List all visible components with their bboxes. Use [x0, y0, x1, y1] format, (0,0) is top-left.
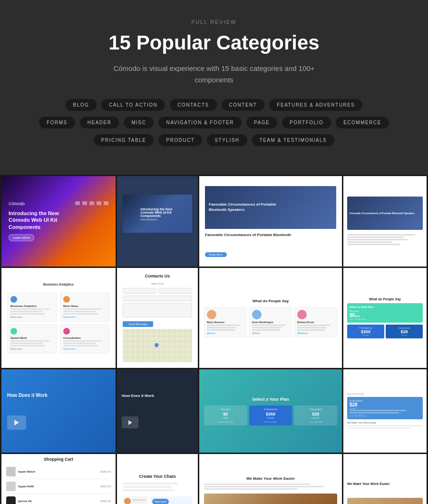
plan-sm-colorade: COLORADE — [347, 393, 364, 395]
screenshot-favorable[interactable]: Favorable Circumstances of Portable Blue… — [199, 176, 342, 267]
tags-row-2: FORMS HEADER MISC NAVIGATION & FOOTER PA… — [39, 117, 389, 128]
hero-button: Learn More — [9, 234, 34, 241]
screenshot-contacts[interactable]: Contacts Us New York Send Message — [117, 268, 198, 368]
blog-post-image: Introducing the New Cómodo Web UI Kit Co… — [123, 195, 192, 233]
screenshot-hero[interactable]: Cómodo Introducing the New Cómodo Web UI… — [1, 176, 116, 267]
hiw-video[interactable] — [7, 415, 26, 430]
contacts-map — [123, 329, 192, 362]
shopping-items: Apple Watch $269.00 Apple Refill $300.00… — [6, 464, 111, 504]
tag-stylish[interactable]: STYLISH — [207, 134, 247, 146]
hiw-dark-video[interactable] — [122, 416, 138, 428]
testimonial-cards: Maria Simmons @maria Kevin Worthington @… — [204, 307, 337, 337]
screenshot-we-make-small[interactable]: We Make Your Work Easier — [343, 454, 427, 504]
people-say-title: What do People Say — [253, 299, 289, 303]
plan-sm-we-make: We Make Your Work Easier — [347, 421, 376, 424]
screenshot-what-do-people-say[interactable]: What do People Say Maria Simmons @maria … — [199, 268, 342, 368]
tag-content[interactable]: CONTENT — [222, 99, 265, 111]
header-section: FULL REVIEW 15 Popular Categories Cómodo… — [0, 0, 428, 175]
screenshot-favorable-small[interactable]: Favorable Circumstances of Portable Blue… — [343, 176, 427, 267]
tags-container: BLOG CALL TO ACTION CONTACTS CONTENT FEA… — [10, 99, 418, 146]
screenshots-grid: Cómodo Introducing the New Cómodo Web UI… — [0, 175, 428, 504]
hiw-dark-title: How Does it Work — [122, 394, 154, 398]
plan-cards: Personal $0 /free Limit 500 MB Space Pro… — [204, 405, 337, 425]
tag-blog[interactable]: BLOG — [66, 99, 97, 111]
work-easier-title: We Make Your Work Easier — [246, 476, 295, 481]
hiw-title: How Does it Work — [7, 393, 48, 398]
plan-title: Select a Your Plan — [252, 397, 289, 402]
screenshot-blog-post[interactable]: Introducing the New Cómodo Web UI Kit Co… — [117, 176, 198, 267]
screenshot-create-chats-large[interactable]: Create Your Chats — [117, 454, 198, 504]
contacts-submit[interactable]: Send Message — [123, 321, 153, 327]
hero-logo: Cómodo — [9, 201, 25, 206]
favorable-sm-image: Favorable Circumstances of Portable Blue… — [347, 197, 423, 230]
plan-row: Professional $350 /month Corporation $28… — [347, 325, 423, 338]
screenshot-select-plan[interactable]: Select a Your Plan Personal $0 /free Lim… — [199, 369, 342, 453]
hero-title: Introducing the New Cómodo Web UI Kit Co… — [9, 210, 66, 230]
we-make-image — [347, 498, 423, 504]
tag-pricing-table[interactable]: PRICING TABLE — [94, 134, 154, 146]
contacts-location: New York — [151, 282, 163, 285]
we-make-title: We Make Your Work Easier — [347, 482, 389, 486]
business-cards: Business Analytics Read more → More Idea… — [7, 293, 110, 354]
tag-misc[interactable]: MISC — [124, 117, 154, 128]
tag-features-adventures[interactable]: FEATURES & ADVENTURES — [269, 99, 362, 111]
tag-call-to-action[interactable]: CALL TO ACTION — [101, 99, 165, 111]
contacts-title: Contacts Us — [145, 274, 170, 278]
plan-sm-card: Professional $28 /month Limit 500 MB Spa… — [347, 397, 423, 419]
hero-nav-links — [75, 201, 108, 206]
screenshot-how-it-works[interactable]: How Does it Work — [1, 369, 116, 453]
tags-row-3: PRICING TABLE PRODUCT STYLISH TEAM & TES… — [94, 134, 335, 146]
select-plan-badge: Select a New Plan Personal $0/free Limit… — [347, 303, 423, 323]
screenshot-business-analytics[interactable]: Business Analytics Business Analytics Re… — [1, 268, 116, 368]
screenshot-people-say-small[interactable]: What do People Say Select a New Plan Per… — [343, 268, 427, 368]
tag-contacts[interactable]: CONTACTS — [170, 99, 216, 111]
create-chats-title: Create Your Chats — [139, 474, 176, 479]
screenshot-work-easier[interactable]: We Make Your Work Easier — [199, 454, 342, 504]
tag-header[interactable]: HEADER — [80, 117, 119, 128]
contacts-form: Send Message — [123, 288, 192, 327]
shopping-title: Shopping Cart — [44, 457, 73, 462]
screenshot-select-plan-small[interactable]: COLORADE Professional $28 /month Limit 5… — [343, 369, 427, 453]
tag-product[interactable]: PRODUCT — [158, 134, 202, 146]
work-easier-image — [204, 494, 337, 504]
tag-ecommerce[interactable]: ECOMMERCE — [336, 117, 389, 128]
tag-portfolio[interactable]: PORTFOLIO — [282, 117, 331, 128]
favorable-title: Favorable Circumstances of Portable Blue… — [205, 233, 291, 237]
business-title: Business Analytics — [43, 283, 74, 286]
tags-row-1: BLOG CALL TO ACTION CONTACTS CONTENT FEA… — [66, 99, 363, 111]
favorable-button: Read More — [205, 252, 227, 257]
tag-forms[interactable]: FORMS — [39, 117, 75, 128]
tag-team-testimonials[interactable]: TEAM & TESTIMONIALS — [252, 134, 335, 146]
tag-navigation-footer[interactable]: NAVIGATION & FOOTER — [158, 117, 242, 128]
main-title: 15 Popular Categories — [10, 31, 418, 54]
screenshot-how-it-works-dark[interactable]: How Does it Work — [117, 369, 198, 453]
people-say-sm-title: What do People Say — [369, 297, 401, 301]
favorable-image: Favorable Circumstances of Portable Blue… — [205, 186, 336, 229]
subtitle: Cómodo is visual experience with 15 basi… — [105, 63, 323, 86]
screenshot-shopping-cart[interactable]: Shopping Cart Apple Watch $269.00 Apple … — [1, 454, 116, 504]
full-review-label: FULL REVIEW — [10, 19, 418, 25]
chat-preview: Hello there! How can I help? Great thank… — [123, 496, 192, 504]
tag-page[interactable]: PAGE — [246, 117, 277, 128]
